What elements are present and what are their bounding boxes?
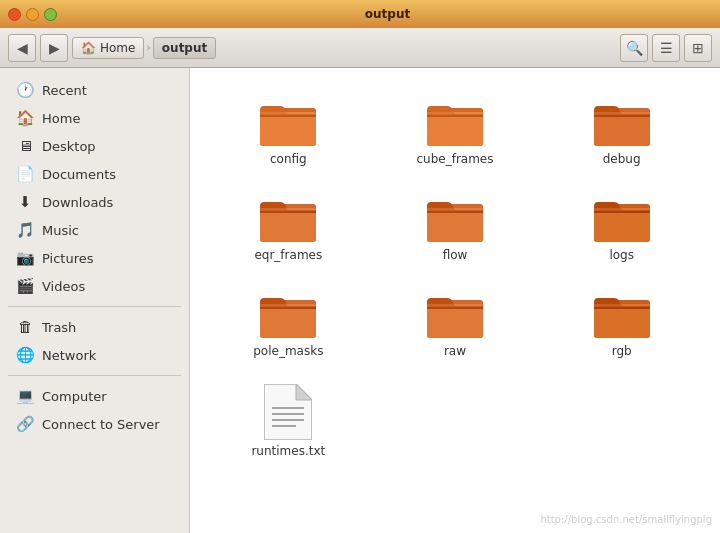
file-item-config[interactable]: config <box>210 88 367 174</box>
file-label-eqr-frames: eqr_frames <box>254 248 322 262</box>
list-view-button[interactable]: ☰ <box>652 34 680 62</box>
breadcrumb-current[interactable]: output <box>153 37 216 59</box>
folder-icon-eqr-frames <box>258 192 318 244</box>
folder-icon-cube-frames <box>425 96 485 148</box>
file-label-logs: logs <box>609 248 634 262</box>
forward-button[interactable]: ▶ <box>40 34 68 62</box>
folder-icon-config <box>258 96 318 148</box>
grid-view-button[interactable]: ⊞ <box>684 34 712 62</box>
file-item-debug[interactable]: debug <box>543 88 700 174</box>
file-item-raw[interactable]: raw <box>377 280 534 366</box>
titlebar: output <box>0 0 720 28</box>
sidebar-divider-2 <box>8 375 181 376</box>
file-item-rgb[interactable]: rgb <box>543 280 700 366</box>
sidebar-label-home: Home <box>42 111 80 126</box>
sidebar-divider-1 <box>8 306 181 307</box>
svg-rect-7 <box>427 112 483 115</box>
videos-icon: 🎬 <box>16 277 34 295</box>
file-item-logs[interactable]: logs <box>543 184 700 270</box>
breadcrumb-current-label: output <box>162 41 207 55</box>
home-icon: 🏠 <box>81 41 96 55</box>
back-button[interactable]: ◀ <box>8 34 36 62</box>
breadcrumb: 🏠 Home › output <box>72 37 616 59</box>
sidebar-item-documents[interactable]: 📄 Documents <box>4 160 185 188</box>
svg-rect-15 <box>260 208 316 211</box>
sidebar-label-connect-server: Connect to Server <box>42 417 160 432</box>
sidebar-label-music: Music <box>42 223 79 238</box>
network-icon: 🌐 <box>16 346 34 364</box>
sidebar-label-network: Network <box>42 348 96 363</box>
sidebar-label-desktop: Desktop <box>42 139 96 154</box>
folder-icon-raw <box>425 288 485 340</box>
close-button[interactable] <box>8 8 21 21</box>
svg-rect-9 <box>594 112 650 146</box>
file-label-pole-masks: pole_masks <box>253 344 323 358</box>
file-label-cube-frames: cube_frames <box>416 152 493 166</box>
window-controls[interactable] <box>8 8 57 21</box>
trash-icon: 🗑 <box>16 318 34 336</box>
sidebar-label-videos: Videos <box>42 279 85 294</box>
svg-rect-1 <box>260 112 316 146</box>
sidebar-item-trash[interactable]: 🗑 Trash <box>4 313 185 341</box>
svg-rect-3 <box>260 112 316 115</box>
documents-icon: 📄 <box>16 165 34 183</box>
pictures-icon: 📷 <box>16 249 34 267</box>
search-button[interactable]: 🔍 <box>620 34 648 62</box>
sidebar-item-connect-server[interactable]: 🔗 Connect to Server <box>4 410 185 438</box>
svg-rect-25 <box>260 304 316 338</box>
file-item-eqr-frames[interactable]: eqr_frames <box>210 184 367 270</box>
txt-file-icon <box>264 384 312 440</box>
svg-rect-29 <box>427 304 483 338</box>
sidebar-item-downloads[interactable]: ⬇ Downloads <box>4 188 185 216</box>
sidebar-label-trash: Trash <box>42 320 76 335</box>
svg-rect-11 <box>594 112 650 115</box>
connect-server-icon: 🔗 <box>16 415 34 433</box>
file-item-pole-masks[interactable]: pole_masks <box>210 280 367 366</box>
svg-rect-5 <box>427 112 483 146</box>
breadcrumb-home[interactable]: 🏠 Home <box>72 37 144 59</box>
computer-icon: 💻 <box>16 387 34 405</box>
home-sidebar-icon: 🏠 <box>16 109 34 127</box>
watermark: http://blog.csdn.net/smallflyingpig <box>540 514 712 525</box>
recent-icon: 🕐 <box>16 81 34 99</box>
toolbar: ◀ ▶ 🏠 Home › output 🔍 ☰ ⊞ <box>0 28 720 68</box>
file-item-flow[interactable]: flow <box>377 184 534 270</box>
toolbar-right: 🔍 ☰ ⊞ <box>620 34 712 62</box>
window-title: output <box>63 7 712 21</box>
file-label-flow: flow <box>443 248 468 262</box>
sidebar-item-videos[interactable]: 🎬 Videos <box>4 272 185 300</box>
sidebar-item-home[interactable]: 🏠 Home <box>4 104 185 132</box>
desktop-icon: 🖥 <box>16 137 34 155</box>
file-item-cube-frames[interactable]: cube_frames <box>377 88 534 174</box>
svg-rect-27 <box>260 304 316 307</box>
sidebar-item-pictures[interactable]: 📷 Pictures <box>4 244 185 272</box>
file-item-runtimes[interactable]: runtimes.txt <box>210 376 367 466</box>
breadcrumb-separator: › <box>146 41 150 54</box>
music-icon: 🎵 <box>16 221 34 239</box>
folder-icon-logs <box>592 192 652 244</box>
maximize-button[interactable] <box>44 8 57 21</box>
file-label-raw: raw <box>444 344 466 358</box>
sidebar-label-downloads: Downloads <box>42 195 113 210</box>
svg-rect-23 <box>594 208 650 211</box>
svg-marker-37 <box>296 384 312 400</box>
folder-icon-pole-masks <box>258 288 318 340</box>
svg-rect-33 <box>594 304 650 338</box>
sidebar-label-documents: Documents <box>42 167 116 182</box>
svg-rect-17 <box>427 208 483 242</box>
sidebar-item-music[interactable]: 🎵 Music <box>4 216 185 244</box>
folder-icon-debug <box>592 96 652 148</box>
breadcrumb-home-label: Home <box>100 41 135 55</box>
file-label-debug: debug <box>603 152 641 166</box>
minimize-button[interactable] <box>26 8 39 21</box>
folder-icon-rgb <box>592 288 652 340</box>
sidebar-item-recent[interactable]: 🕐 Recent <box>4 76 185 104</box>
file-label-rgb: rgb <box>612 344 632 358</box>
svg-rect-21 <box>594 208 650 242</box>
downloads-icon: ⬇ <box>16 193 34 211</box>
sidebar-item-network[interactable]: 🌐 Network <box>4 341 185 369</box>
sidebar-item-desktop[interactable]: 🖥 Desktop <box>4 132 185 160</box>
svg-rect-19 <box>427 208 483 211</box>
file-area: config cube_frames <box>190 68 720 533</box>
sidebar-item-computer[interactable]: 💻 Computer <box>4 382 185 410</box>
